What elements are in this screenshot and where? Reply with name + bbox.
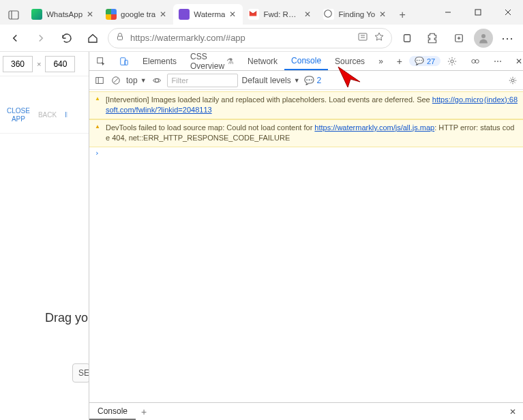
- svg-rect-22: [96, 77, 104, 83]
- page-viewport: × CLOSE APP BACK IM Drag yo SE: [0, 52, 89, 420]
- devtools-drawer: Console + ✕: [89, 402, 523, 420]
- reader-icon[interactable]: [357, 31, 368, 44]
- more-tabs-button[interactable]: »: [372, 52, 390, 70]
- tab-sources[interactable]: Sources: [328, 52, 372, 70]
- url-box[interactable]: https://watermarkly.com/#app: [108, 28, 392, 48]
- forward-button[interactable]: [30, 27, 52, 49]
- chevron-down-icon: ▼: [294, 77, 300, 84]
- tab-elements[interactable]: Elements: [136, 52, 183, 70]
- tab-console[interactable]: Console: [284, 52, 328, 70]
- svg-point-21: [475, 59, 479, 63]
- viewport-height-input[interactable]: [45, 56, 75, 72]
- page-icon: [323, 9, 334, 20]
- drawer-close-button[interactable]: ✕: [503, 407, 523, 417]
- drag-drop-text: Drag yo: [0, 311, 89, 325]
- close-icon[interactable]: ✕: [85, 10, 95, 19]
- tab-watermarkly[interactable]: Waterma ✕: [173, 4, 243, 25]
- close-devtools-button[interactable]: ✕: [509, 52, 523, 70]
- context-selector[interactable]: top▼: [126, 76, 147, 85]
- devtools-menu-button[interactable]: ⋯: [487, 52, 509, 70]
- tab-network[interactable]: Network: [241, 52, 284, 70]
- svg-point-19: [451, 59, 453, 62]
- home-button[interactable]: [82, 27, 104, 49]
- back-button[interactable]: [4, 27, 26, 49]
- close-icon[interactable]: ✕: [303, 10, 312, 19]
- favorite-icon[interactable]: [374, 31, 385, 44]
- minimize-button[interactable]: [433, 0, 463, 25]
- select-images-button[interactable]: SE: [72, 363, 90, 382]
- collections-icon[interactable]: [448, 27, 470, 49]
- svg-point-26: [155, 78, 158, 82]
- svg-rect-0: [9, 11, 18, 19]
- tab-strip: WhatsApp ✕ google tra ✕ Waterma ✕ Fwd: R…: [0, 0, 433, 25]
- sidebar-toggle-button[interactable]: [93, 74, 106, 87]
- google-icon: [106, 9, 117, 20]
- close-icon[interactable]: ✕: [378, 10, 387, 19]
- new-tab-button[interactable]: +: [390, 52, 409, 70]
- im-button[interactable]: IM: [62, 107, 68, 123]
- refresh-button[interactable]: [56, 27, 78, 49]
- console-warning[interactable]: (index):68 [Intervention] Images loaded …: [89, 91, 523, 119]
- issues-badge[interactable]: 💬27: [409, 56, 440, 66]
- message-link[interactable]: https://watermarkly.com/js/all.js.map: [314, 123, 434, 132]
- live-expression-button[interactable]: [151, 74, 163, 87]
- tracking-icon[interactable]: [396, 27, 418, 49]
- tab-label: google tra: [121, 10, 155, 18]
- tab-label: WhatsApp: [46, 10, 83, 18]
- tab-google[interactable]: google tra ✕: [100, 4, 173, 25]
- drawer-add-tab[interactable]: +: [136, 406, 152, 417]
- new-tab-button[interactable]: +: [393, 5, 412, 25]
- issue-icon: 💬: [415, 57, 424, 65]
- extensions-icon[interactable]: [422, 27, 444, 49]
- viewport-width-input[interactable]: [3, 56, 33, 72]
- feedback-button[interactable]: [464, 52, 487, 70]
- tab-css-overview[interactable]: CSS Overview ⚗: [183, 52, 241, 70]
- tab-label: Waterma: [194, 10, 225, 18]
- toggle-device-button[interactable]: [113, 52, 136, 70]
- tab-actions-button[interactable]: [4, 5, 23, 25]
- back-app-button[interactable]: BACK: [35, 107, 59, 123]
- console-warning[interactable]: DevTools failed to load source map: Coul…: [89, 119, 523, 147]
- tab-whatsapp[interactable]: WhatsApp ✕: [26, 4, 100, 25]
- tab-label: Fwd: Re: C: [263, 10, 300, 18]
- whatsapp-icon: [31, 9, 42, 20]
- close-app-button[interactable]: CLOSE APP: [4, 103, 33, 127]
- maximize-button[interactable]: [463, 0, 493, 25]
- console-toolbar: top▼ Filter Default levels▼ 💬2: [89, 71, 523, 90]
- clear-console-button[interactable]: [110, 74, 122, 87]
- tab-label: Finding Yo: [338, 10, 375, 18]
- svg-point-20: [472, 59, 475, 63]
- shield-icon: [179, 9, 190, 20]
- settings-button[interactable]: [440, 52, 464, 70]
- profile-avatar[interactable]: [474, 29, 493, 48]
- close-icon[interactable]: ✕: [228, 10, 237, 19]
- drawer-tab-console[interactable]: Console: [89, 403, 136, 420]
- console-output: (index):68 [Intervention] Images loaded …: [89, 90, 523, 402]
- chevron-down-icon: ▼: [140, 77, 147, 84]
- devtools-panel: Elements CSS Overview ⚗ Network Console …: [89, 52, 523, 420]
- log-levels-selector[interactable]: Default levels▼: [242, 76, 300, 85]
- issue-count[interactable]: 💬2: [304, 76, 322, 85]
- console-prompt[interactable]: ›: [89, 147, 523, 159]
- issue-dot-icon: 💬: [304, 76, 314, 85]
- svg-rect-4: [475, 10, 481, 15]
- inspect-element-button[interactable]: [89, 52, 113, 70]
- svg-point-27: [511, 79, 514, 82]
- message-source-link[interactable]: (index):68: [484, 95, 518, 105]
- close-icon[interactable]: ✕: [158, 10, 168, 19]
- lock-icon: [115, 32, 125, 44]
- close-button[interactable]: [493, 0, 523, 25]
- flask-icon: ⚗: [226, 57, 234, 66]
- console-settings-button[interactable]: [507, 74, 519, 87]
- tab-gmail[interactable]: Fwd: Re: C ✕: [243, 4, 318, 25]
- svg-point-2: [325, 10, 332, 18]
- filter-input[interactable]: Filter: [167, 74, 238, 87]
- svg-line-25: [114, 78, 119, 82]
- devtools-tabbar: Elements CSS Overview ⚗ Network Console …: [89, 52, 523, 71]
- tab-finding[interactable]: Finding Yo ✕: [318, 4, 393, 25]
- window-controls: [433, 0, 523, 25]
- size-separator: ×: [37, 60, 41, 68]
- menu-button[interactable]: ⋯: [497, 27, 519, 49]
- window-titlebar: WhatsApp ✕ google tra ✕ Waterma ✕ Fwd: R…: [0, 0, 523, 25]
- svg-point-15: [481, 34, 485, 38]
